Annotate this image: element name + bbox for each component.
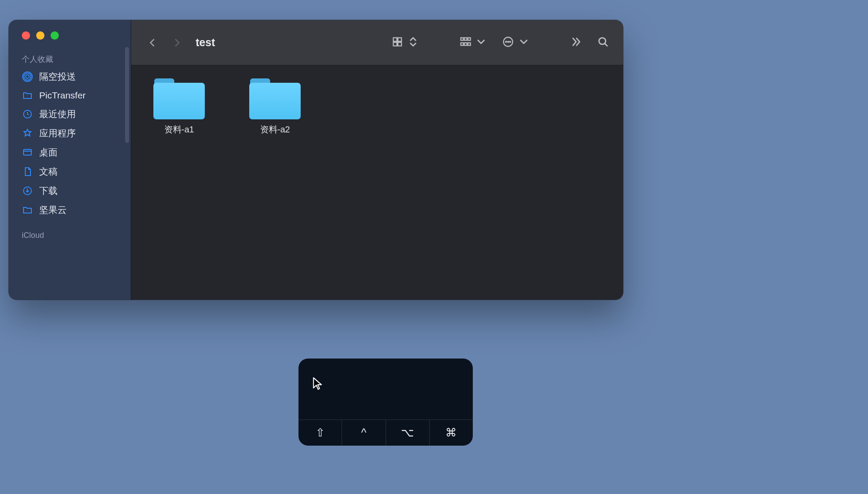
- folder-icon: [153, 78, 205, 119]
- document-icon: [22, 166, 33, 177]
- sidebar-item-applications[interactable]: 应用程序: [9, 124, 131, 143]
- sidebar-item-label: 最近使用: [39, 108, 76, 120]
- sidebar-section-icloud: iCloud: [9, 220, 131, 243]
- svg-rect-8: [393, 42, 397, 46]
- back-button[interactable]: [144, 34, 161, 51]
- applications-icon: [22, 128, 33, 139]
- svg-rect-11: [465, 37, 467, 40]
- group-by-button[interactable]: [456, 34, 491, 51]
- svg-point-17: [505, 41, 506, 42]
- folder-icon: [249, 78, 301, 119]
- option-icon: ⌥: [401, 426, 414, 440]
- svg-rect-7: [398, 37, 401, 41]
- folder-item[interactable]: 资料-a2: [240, 78, 310, 135]
- svg-line-21: [605, 43, 607, 46]
- hud-key-shift[interactable]: ⇧: [298, 420, 342, 446]
- control-icon: ^: [361, 426, 366, 440]
- clock-icon: [22, 108, 33, 120]
- finder-main: test: [131, 20, 623, 300]
- ellipsis-circle-icon: [502, 36, 514, 50]
- window-title: test: [196, 36, 215, 49]
- hud-key-option[interactable]: ⌥: [386, 420, 430, 446]
- window-zoom-button[interactable]: [51, 31, 59, 40]
- content-area[interactable]: 资料-a1 资料-a2: [131, 65, 623, 300]
- forward-button[interactable]: [169, 34, 185, 51]
- sidebar-item-documents[interactable]: 文稿: [9, 162, 131, 181]
- search-button[interactable]: [593, 34, 613, 51]
- svg-point-1: [24, 73, 31, 80]
- svg-rect-12: [468, 37, 471, 40]
- sidebar-item-recents[interactable]: 最近使用: [9, 105, 131, 124]
- chevron-down-icon: [518, 36, 530, 50]
- cursor-icon: [312, 377, 323, 392]
- sidebar-item-label: PicTransfer: [39, 90, 86, 101]
- svg-rect-9: [398, 42, 401, 46]
- download-icon: [22, 185, 33, 196]
- svg-rect-6: [393, 37, 397, 41]
- view-mode-button[interactable]: [388, 34, 423, 51]
- folder-icon: [22, 90, 33, 101]
- folder-icon: [22, 204, 33, 216]
- group-icon: [459, 36, 471, 50]
- svg-rect-15: [468, 43, 471, 45]
- svg-rect-13: [461, 43, 464, 45]
- airdrop-icon: [22, 71, 33, 82]
- svg-rect-14: [465, 43, 467, 45]
- sidebar-item-downloads[interactable]: 下载: [9, 181, 131, 200]
- svg-point-19: [510, 41, 511, 42]
- toolbar: test: [131, 20, 623, 65]
- sidebar-item-desktop[interactable]: 桌面: [9, 143, 131, 162]
- sidebar-item-nutstore[interactable]: 坚果云: [9, 200, 131, 220]
- sidebar-item-label: 文稿: [39, 166, 58, 178]
- overflow-button[interactable]: [566, 34, 586, 51]
- sidebar-item-airdrop[interactable]: 隔空投送: [9, 67, 131, 86]
- sidebar-item-pictransfer[interactable]: PicTransfer: [9, 86, 131, 105]
- command-icon: ⌘: [445, 426, 457, 440]
- double-chevron-right-icon: [570, 36, 582, 50]
- svg-rect-4: [24, 149, 31, 155]
- folder-item[interactable]: 资料-a1: [144, 78, 214, 135]
- folder-label: 资料-a2: [260, 124, 290, 135]
- svg-rect-10: [461, 37, 464, 40]
- window-controls: [9, 20, 131, 46]
- desktop-icon: [22, 147, 33, 158]
- finder-window: 个人收藏 隔空投送 PicTransfer 最近使用: [9, 20, 623, 300]
- hud-key-control[interactable]: ^: [342, 420, 386, 446]
- sidebar-item-label: 隔空投送: [39, 71, 76, 83]
- sidebar-item-label: 应用程序: [39, 127, 76, 139]
- folder-label: 资料-a1: [164, 124, 194, 135]
- sidebar: 个人收藏 隔空投送 PicTransfer 最近使用: [9, 20, 131, 300]
- svg-point-18: [508, 41, 509, 42]
- svg-point-0: [26, 75, 29, 78]
- action-menu-button[interactable]: [498, 34, 533, 51]
- sidebar-item-label: 桌面: [39, 146, 58, 159]
- window-close-button[interactable]: [22, 31, 30, 40]
- sidebar-section-favorites: 个人收藏: [9, 54, 131, 67]
- grid-icon: [391, 36, 403, 50]
- chevron-down-icon: [475, 36, 487, 50]
- shift-icon: ⇧: [315, 426, 325, 440]
- hud-key-command[interactable]: ⌘: [430, 420, 473, 446]
- up-down-chevron-icon: [407, 36, 419, 50]
- keystroke-hud: ⇧ ^ ⌥ ⌘: [298, 359, 473, 446]
- search-icon: [597, 36, 609, 50]
- sidebar-item-label: 下载: [39, 185, 58, 197]
- window-minimize-button[interactable]: [36, 31, 44, 40]
- hud-modifier-row: ⇧ ^ ⌥ ⌘: [298, 420, 473, 446]
- hud-display: [298, 359, 473, 420]
- sidebar-item-label: 坚果云: [39, 204, 67, 216]
- sidebar-scroll[interactable]: 个人收藏 隔空投送 PicTransfer 最近使用: [9, 46, 131, 300]
